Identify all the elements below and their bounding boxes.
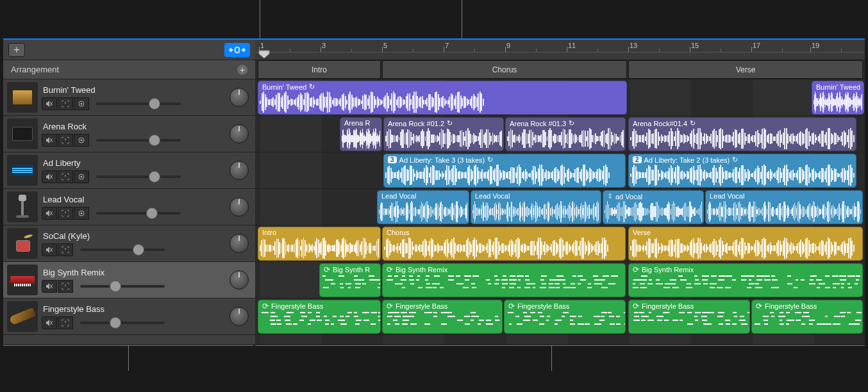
solo-button[interactable] — [58, 243, 73, 256]
tracks-area[interactable]: Burnin' Tweed ↻Burnin' Tweed ↻Arena RAre… — [255, 79, 865, 345]
input-monitor-button[interactable] — [74, 207, 89, 220]
solo-button[interactable] — [58, 280, 73, 293]
region[interactable]: ⟳Big Synth Remix — [628, 263, 863, 297]
pan-knob[interactable] — [230, 307, 249, 326]
loop-icon: ↻ — [863, 83, 864, 91]
region[interactable]: Arena Rock#01.4 ↻ — [628, 117, 856, 151]
region[interactable]: Arena R — [340, 117, 382, 151]
volume-slider[interactable] — [80, 244, 165, 256]
track-header[interactable]: Lead Vocal — [3, 189, 255, 225]
volume-slider[interactable] — [96, 135, 181, 146]
input-monitor-button[interactable] — [74, 170, 89, 183]
input-monitor-button[interactable] — [74, 97, 89, 110]
solo-button[interactable] — [58, 207, 73, 220]
region[interactable]: ⟳Fingerstyle Bass — [628, 300, 750, 334]
volume-slider[interactable] — [80, 317, 165, 329]
region[interactable]: ⟳Big Synth R — [319, 263, 381, 297]
svg-rect-0 — [235, 47, 239, 53]
region[interactable]: Verse — [628, 227, 863, 261]
volume-slider[interactable] — [96, 208, 181, 219]
region[interactable]: Burnin' Tweed ↻ — [812, 81, 864, 115]
mute-button[interactable] — [42, 170, 57, 183]
arrangement-marker[interactable]: Verse — [628, 60, 863, 79]
track-headers-panel: + Arrangement + Burnin' Tweed Arena Rock — [3, 40, 255, 345]
region-label: Arena Rock #01.2 — [388, 120, 444, 127]
mute-button[interactable] — [42, 97, 57, 110]
take-badge: 2 — [633, 156, 642, 163]
input-monitor-button[interactable] — [74, 134, 89, 147]
region-label: Ad Liberty: Take 3 (3 takes) — [399, 156, 485, 164]
pan-knob[interactable] — [230, 270, 249, 290]
track-header[interactable]: Fingerstyle Bass — [3, 298, 255, 335]
pan-knob[interactable] — [230, 124, 249, 143]
track-instrument-icon — [7, 155, 38, 186]
ruler-number: 13 — [630, 42, 637, 49]
region[interactable]: Arena Rock #01.3 ↻ — [505, 117, 626, 151]
loop-icon: ⟳ — [756, 302, 762, 311]
loop-icon: ⟳ — [633, 265, 639, 274]
volume-slider[interactable] — [96, 98, 181, 110]
track-name-label: Fingerstyle Bass — [42, 304, 230, 314]
region[interactable]: ⟳Fingerstyle Bass — [382, 300, 503, 334]
region[interactable]: Lead Vocal — [377, 190, 469, 224]
track-header[interactable]: Burnin' Tweed — [3, 79, 255, 116]
region-label: Verse — [633, 229, 651, 236]
track-header[interactable]: Big Synth Remix — [3, 262, 255, 298]
arrangement-marker[interactable]: Chorus — [382, 60, 627, 79]
mute-button[interactable] — [42, 243, 57, 256]
region[interactable]: ⇕ad Vocal — [603, 190, 704, 224]
region[interactable]: ⟳Fingerstyle Bass — [751, 300, 863, 334]
region[interactable]: ⟳Fingerstyle Bass — [504, 300, 626, 334]
solo-button[interactable] — [58, 170, 73, 183]
region[interactable]: 3Ad Liberty: Take 3 (3 takes) ↻ — [383, 154, 626, 188]
loop-icon: ⟳ — [324, 265, 330, 274]
mute-button[interactable] — [42, 316, 57, 329]
region[interactable]: Chorus — [382, 227, 626, 261]
svg-point-12 — [81, 176, 83, 177]
volume-slider[interactable] — [80, 281, 165, 292]
add-arrangement-marker-button[interactable]: + — [237, 65, 247, 75]
pan-knob[interactable] — [230, 88, 249, 107]
mute-button[interactable] — [42, 280, 57, 293]
region[interactable]: 2Ad Liberty: Take 2 (3 takes) ↻ — [628, 154, 856, 188]
solo-button[interactable] — [58, 97, 73, 110]
track-header[interactable]: Ad Liberty — [3, 152, 255, 189]
region-label: Ad Liberty: Take 2 (3 takes) — [644, 156, 730, 164]
region-label: Arena R — [344, 119, 370, 127]
ruler-number: 15 — [691, 42, 699, 49]
region[interactable]: Burnin' Tweed ↻ — [258, 81, 627, 115]
region[interactable]: ⟳Big Synth Remix — [382, 263, 626, 297]
region-label: Big Synth Remix — [642, 266, 694, 274]
solo-button[interactable] — [58, 134, 73, 147]
ruler-number: 3 — [322, 42, 326, 49]
ruler[interactable]: 135791113151719 — [255, 40, 865, 60]
arrangement-track[interactable]: IntroChorusVerse — [255, 60, 865, 79]
volume-slider[interactable] — [96, 171, 181, 183]
pan-knob[interactable] — [230, 161, 249, 180]
track-header[interactable]: SoCal (Kyle) — [3, 225, 255, 262]
mute-button[interactable] — [42, 207, 57, 220]
track-instrument-icon — [7, 301, 38, 332]
region-label: Lead Vocal — [381, 192, 416, 200]
svg-point-16 — [81, 212, 83, 214]
arrangement-marker[interactable]: Intro — [258, 60, 381, 79]
region-label: ad Vocal — [615, 193, 642, 200]
pan-knob[interactable] — [230, 234, 249, 253]
region-label: Fingerstyle Bass — [642, 302, 694, 310]
ruler-number: 11 — [568, 42, 576, 49]
arrangement-header[interactable]: Arrangement + — [3, 60, 255, 79]
region[interactable]: Arena Rock #01.2 ↻ — [383, 117, 504, 151]
track-name-label: Arena Rock — [42, 122, 230, 131]
solo-button[interactable] — [58, 316, 73, 329]
region[interactable]: ⟳Fingerstyle Bass — [258, 300, 381, 334]
horizontal-zoom-button[interactable] — [224, 43, 250, 57]
region[interactable]: Intro — [258, 227, 381, 261]
region[interactable]: Lead Vocal — [471, 190, 601, 224]
pan-knob[interactable] — [230, 197, 249, 216]
add-track-button[interactable]: + — [8, 43, 25, 57]
track-header[interactable]: Arena Rock — [3, 116, 255, 152]
mute-button[interactable] — [42, 134, 57, 147]
region[interactable]: Lead Vocal — [705, 190, 863, 224]
track-name-label: Lead Vocal — [42, 195, 230, 204]
playhead[interactable] — [258, 50, 270, 59]
